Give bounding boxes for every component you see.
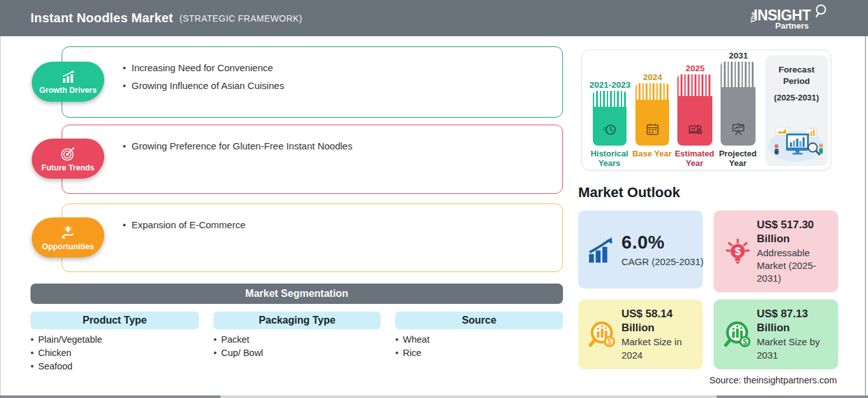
market-segmentation-bar: Market Segmentation [31, 284, 563, 304]
growth-drivers-box: Increasing Need for Convenience Growing … [62, 46, 563, 118]
bar-body [635, 100, 669, 146]
cagr-value: 6.0% [621, 231, 703, 255]
infographic-page: Instant Noodles Market (STRATEGIC FRAMEW… [0, 0, 868, 398]
svg-text:$: $ [699, 130, 701, 134]
market-size-2024-value: US$ 58.14 Billion [621, 307, 696, 335]
svg-text:$: $ [607, 338, 612, 347]
page-left-border [0, 36, 1, 398]
insight-partners-logo: The INSIGHT Partners [749, 6, 831, 32]
clock-history-icon [602, 121, 618, 138]
projection-board-icon [730, 121, 747, 138]
growth-drivers-label: Growth Drivers [39, 86, 97, 95]
magnifier-loop-icon [813, 3, 829, 18]
segment-header-source: Source [395, 312, 563, 329]
research-timeline-card: 2021-2023 2024 2025 2031 [581, 50, 831, 170]
horizontal-scrollbar[interactable] [0, 395, 868, 398]
cagr-label: CAGR (2025-2031) [621, 256, 703, 268]
bar-body [593, 107, 627, 146]
market-size-2031-value: US$ 87.13 Billion [757, 307, 832, 335]
magnifier-chart-icon: $ [721, 319, 754, 350]
list-item: Chicken [31, 347, 102, 360]
page-title: Instant Noodles Market [31, 11, 173, 25]
projected-year-caption: Projected Year [712, 149, 763, 168]
future-trends-label: Future Trends [41, 163, 94, 172]
market-size-2024-card: $ US$ 58.14 Billion Market Size in 2024 [578, 299, 703, 369]
analytics-illustration [767, 122, 826, 163]
growth-driver-item: Growing Influence of Asian Cuisines [123, 77, 550, 95]
list-item: Packet [214, 333, 263, 347]
target-icon [60, 146, 76, 162]
base-year-bar [635, 83, 669, 146]
growth-bars-arrow-icon [586, 237, 619, 263]
bar-body [721, 87, 756, 146]
bar-stripes [677, 74, 712, 96]
market-outlook-title: Market Outlook [578, 184, 680, 201]
base-year-value: 2024 [624, 72, 681, 82]
opportunity-item: Expansion of E-Commerce [123, 216, 550, 234]
projected-year-bar [721, 62, 756, 146]
addressable-market-label: Addressable Market (2025-2031) [757, 247, 832, 285]
growth-drivers-badge: Growth Drivers [32, 62, 104, 102]
historical-years-bar [593, 91, 627, 146]
addressable-market-value: US$ 517.30 Billion [757, 218, 832, 246]
projected-year-value: 2031 [710, 51, 767, 60]
future-trends-box: Growing Preference for Gluten-Free Insta… [62, 125, 563, 194]
svg-text:$: $ [735, 245, 741, 257]
cagr-card: 6.0% CAGR (2025-2031) [578, 210, 703, 289]
list-item: Wheat [395, 333, 430, 347]
bar-stripes [593, 91, 627, 107]
future-trend-item: Growing Preference for Gluten-Free Insta… [123, 137, 550, 155]
magnifier-chart-icon: $ [586, 319, 619, 350]
calendar-icon [644, 121, 661, 138]
market-size-2031-label: Market Size by 2031 [757, 336, 832, 362]
source-list: Wheat Rice [395, 333, 430, 360]
segment-header-product-type: Product Type [31, 312, 199, 329]
opportunities-label: Opportunities [42, 242, 94, 251]
product-type-list: Plain/Vegetable Chicken Seafood [31, 333, 102, 373]
estimated-year-value: 2025 [667, 64, 724, 73]
packaging-type-list: Packet Cup/ Bowl [214, 333, 263, 360]
forecast-period-panel: Forecast Period (2025-2031) [765, 55, 828, 166]
bar-stripes [721, 62, 756, 87]
bar-chart-growth-icon [60, 69, 76, 85]
segment-header-packaging-type: Packaging Type [214, 312, 381, 329]
opportunities-badge: Opportunities [32, 217, 104, 257]
future-trends-badge: Future Trends [32, 139, 104, 179]
market-size-2024-label: Market Size in 2024 [621, 336, 696, 362]
bar-stripes [635, 83, 669, 100]
growth-driver-item: Increasing Need for Convenience [123, 59, 550, 77]
forecast-period-title: Forecast Period [775, 64, 819, 86]
bar-body: $ [677, 96, 712, 146]
forecast-period-range: (2025-2031) [765, 93, 828, 102]
estimate-device-icon: $ [687, 121, 703, 138]
list-item: Rice [395, 347, 430, 360]
hand-bulb-icon [60, 224, 76, 241]
estimated-year-bar: $ [677, 74, 712, 146]
source-attribution: Source: theinsightpartners.com [709, 375, 837, 385]
addressable-market-card: $ US$ 517.30 Billion Addressable Market … [714, 210, 838, 292]
header-bar: Instant Noodles Market (STRATEGIC FRAMEW… [0, 0, 868, 36]
page-right-border [865, 36, 866, 398]
list-item: Cup/ Bowl [214, 347, 263, 360]
page-subtitle: (STRATEGIC FRAMEWORK) [179, 13, 302, 24]
logo-partners-text: Partners [775, 21, 809, 31]
opportunities-box: Expansion of E-Commerce [62, 203, 563, 272]
svg-text:$: $ [743, 338, 747, 347]
list-item: Seafood [31, 360, 102, 373]
list-item: Plain/Vegetable [31, 333, 102, 347]
market-segmentation-title: Market Segmentation [245, 288, 348, 299]
bulb-dollar-icon: $ [721, 236, 754, 268]
market-size-2031-card: $ US$ 87.13 Billion Market Size by 2031 [714, 299, 838, 369]
